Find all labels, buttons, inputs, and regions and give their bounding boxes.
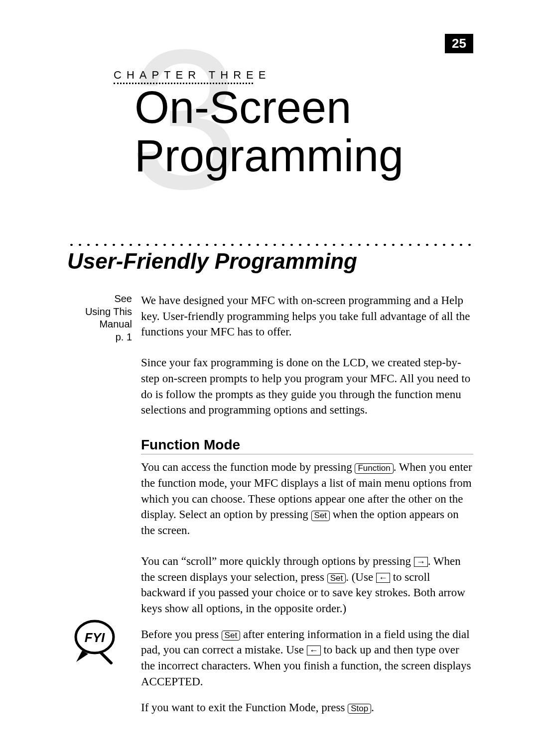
set-key-icon: Set (327, 573, 346, 584)
chapter-header: CHAPTER THREE (114, 69, 270, 84)
body-paragraph: If you want to exit the Function Mode, p… (141, 700, 473, 716)
section-title: User-Friendly Programming (67, 249, 473, 274)
fyi-label: FYI (85, 630, 105, 645)
subsection-title: Function Mode (141, 437, 473, 453)
chapter-title-line2: Programming (134, 132, 404, 180)
fyi-icon: FYI (67, 613, 122, 668)
subsection-rule (141, 454, 473, 454)
text-run: . (371, 701, 374, 714)
right-arrow-key-icon: → (414, 557, 428, 567)
text-run: You can “scroll” more quickly through op… (141, 555, 414, 567)
body-paragraph: You can “scroll” more quickly through op… (141, 553, 473, 617)
svg-line-1 (101, 653, 111, 663)
page-number-badge: 25 (445, 34, 473, 53)
main-content: We have designed your MFC with on-screen… (137, 293, 473, 730)
body-paragraph: You can access the function mode by pres… (141, 459, 473, 539)
margin-note-line: p. 1 (67, 331, 132, 344)
chapter-title: On-Screen Programming (134, 84, 404, 180)
chapter-title-line1: On-Screen (134, 84, 404, 132)
text-run: . (Use (346, 571, 376, 583)
margin-note-line: See (67, 293, 132, 306)
chapter-label: CHAPTER THREE (114, 69, 270, 82)
left-arrow-key-icon: ← (376, 573, 390, 583)
stop-key-icon: Stop (348, 704, 371, 714)
content-area: See Using This Manual p. 1 We have desig… (67, 293, 473, 730)
function-key-icon: Function (355, 463, 393, 474)
body-paragraph: Before you press Set after entering info… (141, 627, 473, 690)
left-arrow-key-icon: ← (307, 646, 321, 655)
section-header: User-Friendly Programming (67, 243, 473, 274)
text-run: You can access the function mode by pres… (141, 461, 355, 473)
set-key-icon: Set (311, 511, 330, 521)
text-run: Before you press (141, 628, 222, 641)
page-number: 25 (452, 36, 466, 51)
text-run: If you want to exit the Function Mode, p… (141, 701, 348, 714)
set-key-icon: Set (222, 631, 241, 641)
body-paragraph: Since your fax programming is done on th… (141, 355, 473, 418)
section-dotted-rule (67, 243, 473, 247)
margin-note-line: Manual (67, 318, 132, 331)
body-paragraph: We have designed your MFC with on-screen… (141, 293, 473, 340)
margin-note-line: Using This (67, 306, 132, 319)
